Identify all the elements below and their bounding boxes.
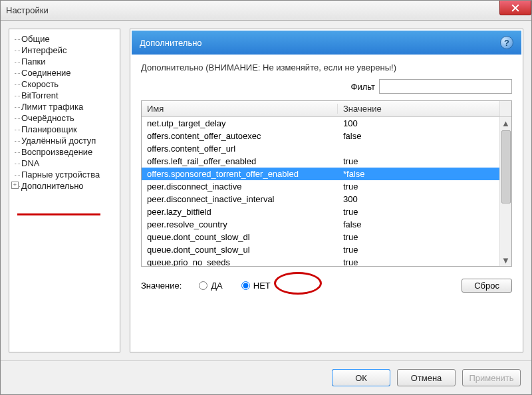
sidebar-item-5[interactable]: BitTorrent bbox=[12, 90, 117, 101]
filter-label: Фильт bbox=[351, 82, 375, 92]
ok-button[interactable]: ОК bbox=[332, 369, 390, 386]
cell-value: true bbox=[338, 156, 511, 166]
radio-no-label: НЕТ bbox=[253, 281, 271, 291]
table-row[interactable]: peer.resolve_countryfalse bbox=[142, 218, 511, 231]
close-button[interactable] bbox=[499, 1, 531, 15]
warning-text: Дополнительно (ВНИМАНИЕ: Не изменяйте, е… bbox=[141, 63, 512, 72]
options-table[interactable]: Имя Значение net.utp_target_delay100offe… bbox=[141, 100, 512, 267]
sidebar-item-13[interactable]: Дополнительно+ bbox=[12, 180, 117, 192]
table-row[interactable]: offers.content_offer_autoexecfalse bbox=[142, 130, 511, 142]
cell-value: true bbox=[338, 257, 511, 266]
cell-value: false bbox=[338, 131, 511, 141]
cell-name: queue.dont_count_slow_dl bbox=[142, 232, 338, 242]
red-underline-annotation bbox=[17, 213, 100, 215]
sidebar-item-11[interactable]: DNA bbox=[12, 158, 117, 169]
cell-value: true bbox=[338, 245, 511, 255]
cell-name: queue.prio_no_seeds bbox=[142, 257, 338, 266]
panel-title: Дополнительно bbox=[140, 38, 202, 48]
settings-tree[interactable]: ОбщиеИнтерфейсПапкиСоединениеСкоростьBit… bbox=[9, 29, 120, 352]
window-title: Настройки bbox=[6, 5, 49, 15]
table-row[interactable]: offers.left_rail_offer_enabledtrue bbox=[142, 155, 511, 168]
scroll-thumb[interactable] bbox=[501, 130, 511, 203]
dialog-footer: ОК Отмена Применить bbox=[1, 361, 531, 394]
cell-name: queue.dont_count_slow_ul bbox=[142, 245, 338, 255]
dialog-body: ОбщиеИнтерфейсПапкиСоединениеСкоростьBit… bbox=[1, 21, 531, 361]
cell-value: false bbox=[338, 219, 511, 229]
cell-name: peer.lazy_bitfield bbox=[142, 207, 338, 217]
col-value[interactable]: Значение bbox=[338, 104, 499, 114]
red-ellipse-annotation bbox=[274, 272, 322, 295]
radio-yes[interactable]: ДА bbox=[199, 281, 222, 291]
radio-yes-input[interactable] bbox=[199, 281, 207, 290]
cell-name: net.utp_target_delay bbox=[142, 118, 338, 128]
table-body[interactable]: net.utp_target_delay100offers.content_of… bbox=[142, 117, 511, 266]
cell-name: offers.left_rail_offer_enabled bbox=[142, 156, 338, 166]
col-name[interactable]: Имя bbox=[142, 104, 338, 114]
scroll-down-icon[interactable]: ▼ bbox=[500, 254, 511, 266]
table-row[interactable]: peer.disconnect_inactivetrue bbox=[142, 180, 511, 193]
table-row[interactable]: queue.dont_count_slow_dltrue bbox=[142, 231, 511, 243]
titlebar[interactable]: Настройки bbox=[1, 1, 531, 21]
cell-name: peer.resolve_country bbox=[142, 219, 338, 229]
table-row[interactable]: net.utp_target_delay100 bbox=[142, 117, 511, 130]
sidebar-item-0[interactable]: Общие bbox=[12, 33, 117, 45]
cell-name: offers.content_offer_autoexec bbox=[142, 131, 338, 141]
cell-value: true bbox=[338, 207, 511, 217]
sidebar-item-10[interactable]: Воспроизведение bbox=[12, 146, 117, 158]
table-row[interactable]: peer.lazy_bitfieldtrue bbox=[142, 205, 511, 218]
radio-group: ДА НЕТ bbox=[199, 281, 270, 291]
table-row[interactable]: peer.disconnect_inactive_interval300 bbox=[142, 193, 511, 205]
apply-button[interactable]: Применить bbox=[462, 369, 521, 386]
cell-name: offers.content_offer_url bbox=[142, 144, 338, 154]
sidebar-item-7[interactable]: Очерёдность bbox=[12, 112, 117, 124]
value-label: Значение: bbox=[141, 281, 182, 291]
table-row[interactable]: offers.content_offer_url bbox=[142, 142, 511, 155]
help-icon[interactable]: ? bbox=[500, 36, 513, 49]
table-row[interactable]: offers.sponsored_torrent_offer_enabled*f… bbox=[142, 168, 511, 180]
close-icon bbox=[511, 4, 519, 12]
cell-value: true bbox=[338, 182, 511, 192]
tree-expander-icon[interactable]: + bbox=[11, 182, 19, 189]
panel-body: Дополнительно (ВНИМАНИЕ: Не изменяйте, е… bbox=[132, 55, 521, 350]
table-row[interactable]: queue.prio_no_seedstrue bbox=[142, 256, 511, 266]
panel-header: Дополнительно ? bbox=[132, 31, 521, 55]
sidebar-item-2[interactable]: Папки bbox=[12, 56, 117, 67]
cell-value: 100 bbox=[338, 118, 511, 128]
radio-no[interactable]: НЕТ bbox=[241, 281, 271, 291]
cell-name: peer.disconnect_inactive bbox=[142, 182, 338, 192]
sidebar-item-3[interactable]: Соединение bbox=[12, 67, 117, 78]
sidebar-item-8[interactable]: Планировщик bbox=[12, 124, 117, 135]
radio-no-input[interactable] bbox=[241, 281, 250, 290]
reset-button[interactable]: Сброс bbox=[462, 279, 512, 293]
filter-row: Фильт bbox=[141, 79, 512, 94]
table-header[interactable]: Имя Значение bbox=[142, 101, 511, 117]
advanced-panel: Дополнительно ? Дополнительно (ВНИМАНИЕ:… bbox=[130, 29, 523, 352]
cell-value: *false bbox=[338, 169, 511, 179]
vertical-scrollbar[interactable]: ▲ ▼ bbox=[499, 117, 511, 266]
filter-input[interactable] bbox=[379, 79, 512, 94]
value-editor: Значение: ДА НЕТ Сброс bbox=[141, 273, 512, 293]
sidebar-item-9[interactable]: Удалённый доступ bbox=[12, 135, 117, 146]
cell-value: 300 bbox=[338, 194, 511, 204]
sidebar-item-4[interactable]: Скорость bbox=[12, 78, 117, 90]
cell-name: offers.sponsored_torrent_offer_enabled bbox=[142, 169, 338, 179]
settings-window: Настройки ОбщиеИнтерфейсПапкиСоединениеС… bbox=[0, 0, 532, 395]
scrollbar-header-gap bbox=[499, 101, 511, 116]
sidebar-item-12[interactable]: Парные устройства bbox=[12, 169, 117, 180]
sidebar-item-1[interactable]: Интерфейс bbox=[12, 45, 117, 56]
cancel-button[interactable]: Отмена bbox=[397, 369, 456, 386]
scroll-up-icon[interactable]: ▲ bbox=[500, 117, 511, 129]
cell-value: true bbox=[338, 232, 511, 242]
table-row[interactable]: queue.dont_count_slow_ultrue bbox=[142, 243, 511, 256]
cell-name: peer.disconnect_inactive_interval bbox=[142, 194, 338, 204]
radio-yes-label: ДА bbox=[211, 281, 222, 291]
sidebar-item-6[interactable]: Лимит трафика bbox=[12, 101, 117, 112]
